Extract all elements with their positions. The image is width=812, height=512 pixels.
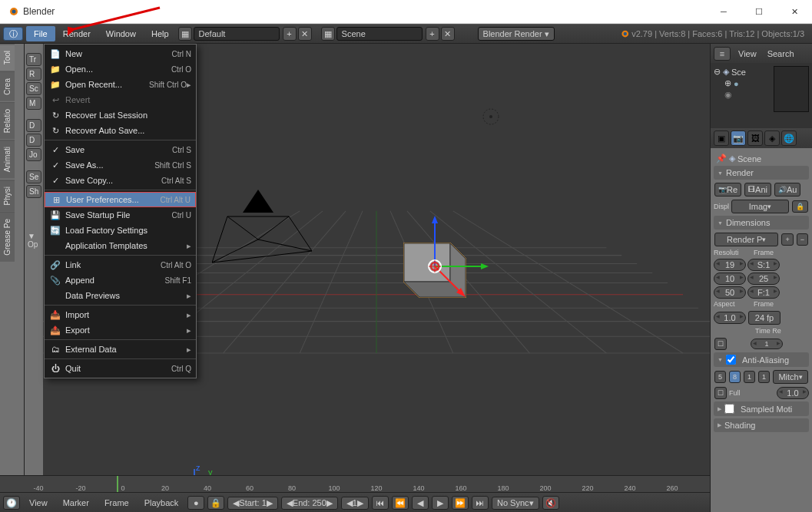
frame-start[interactable]: S:1 [747, 259, 780, 271]
sync-dropdown[interactable]: No Sync ▾ [492, 497, 539, 510]
aa-11[interactable]: 1 [744, 371, 755, 383]
scene-browse-icon[interactable]: ▦ [321, 27, 335, 41]
info-editor-icon[interactable]: ⓘ [3, 27, 23, 41]
add-layout-button[interactable]: + [283, 27, 297, 41]
auto-keyframe-icon[interactable]: ● [187, 496, 204, 510]
res-x[interactable]: 19 [714, 259, 746, 271]
tool-duplicate[interactable]: D [26, 119, 41, 132]
play-icon[interactable]: ▶ [432, 496, 449, 510]
prop-tab-render[interactable]: ▣ [714, 130, 729, 146]
maximize-button[interactable]: ☐ [741, 0, 777, 23]
file-menu-data-previews[interactable]: Data Previews▸ [45, 288, 196, 303]
toolshelf-tab-greasepencil[interactable]: Grease Pe [0, 212, 15, 262]
file-menu-new[interactable]: 📄NewCtrl N [45, 46, 196, 61]
remove-scene-button[interactable]: ✕ [441, 27, 455, 41]
file-menu-save[interactable]: ✓SaveCtrl S [45, 142, 196, 157]
file-menu-external-data[interactable]: 🗂External Data▸ [45, 342, 196, 357]
frame-step[interactable]: F:1 [747, 286, 780, 299]
tool-mirror[interactable]: M [26, 97, 41, 110]
display-dropdown[interactable]: Imag ▾ [731, 200, 789, 213]
file-menu-user-preferences[interactable]: ⊞User Preferences...Ctrl Alt U [45, 192, 196, 207]
preset-add[interactable]: + [781, 233, 793, 246]
fps-dropdown[interactable]: 24 fp [748, 311, 781, 325]
outliner-search[interactable]: Search [764, 49, 797, 58]
aspect-x[interactable]: 1.0 [714, 312, 746, 324]
tool-delete[interactable]: D [26, 134, 41, 147]
layout-dropdown[interactable]: Default [194, 27, 280, 41]
res-y[interactable]: 10 [714, 273, 746, 285]
outliner-view[interactable]: View [735, 49, 760, 58]
toolshelf-tab-physics[interactable]: Physi [0, 180, 15, 211]
operator-panel-header[interactable]: ▼ Op [25, 229, 43, 252]
close-button[interactable]: ✕ [777, 0, 812, 23]
jump-start-icon[interactable]: ⏮ [372, 496, 389, 510]
prop-tab-camera[interactable]: 📷 [731, 130, 746, 146]
file-menu-save-startup-file[interactable]: 💾Save Startup FileCtrl U [45, 207, 196, 223]
aa-8[interactable]: 8 [729, 371, 741, 383]
filter-dropdown[interactable]: Mitch▾ [773, 370, 808, 384]
prop-tab-world[interactable]: 🌐 [781, 130, 797, 146]
file-menu-revert[interactable]: ↩Revert [45, 92, 196, 107]
frame-current-field[interactable]: ◀ 1 ▶ [341, 497, 369, 510]
render-button[interactable]: 📷Re [714, 183, 741, 197]
jump-end-icon[interactable]: ⏭ [472, 496, 489, 510]
render-preset-dropdown[interactable]: Render P ▾ [714, 233, 778, 246]
timeline-type-icon[interactable]: 🕐 [3, 496, 20, 510]
pin-icon[interactable]: 📌 [716, 154, 727, 164]
tl-view[interactable]: View [23, 498, 54, 507]
dimensions-section-header[interactable]: Dimensions [714, 216, 809, 230]
time-remap[interactable]: 1 [751, 339, 783, 349]
file-menu-import[interactable]: 📥Import▸ [45, 307, 196, 322]
screen-browse-icon[interactable]: ▦ [178, 27, 192, 41]
toolshelf-tab-tools[interactable]: Tool [0, 44, 15, 71]
file-menu-load-factory-settings[interactable]: 🔄Load Factory Settings [45, 223, 196, 238]
play-reverse-icon[interactable]: ◀ [412, 496, 429, 510]
file-menu-export[interactable]: 📤Export▸ [45, 322, 196, 338]
lock-icon[interactable]: 🔒 [792, 200, 808, 213]
tool-translate[interactable]: Tr [26, 53, 41, 66]
full-sample-checkbox[interactable]: ☐ [714, 387, 727, 399]
filter-size[interactable]: 1.0 [777, 387, 809, 399]
step-fwd-icon[interactable]: ⏩ [452, 496, 469, 510]
add-scene-button[interactable]: + [426, 27, 439, 41]
file-menu-save-copy[interactable]: ✓Save Copy...Ctrl Alt S [45, 173, 196, 188]
file-menu-save-as[interactable]: ✓Save As...Shift Ctrl S [45, 157, 196, 173]
render-section-header[interactable]: Render [714, 166, 809, 180]
remove-layout-button[interactable]: ✕ [298, 27, 312, 41]
file-menu-open-recent[interactable]: 📁Open Recent...Shift Ctrl O▸ [45, 77, 196, 92]
menu-window[interactable]: Window [98, 26, 144, 41]
file-menu-link[interactable]: 🔗LinkCtrl Alt O [45, 257, 196, 273]
timeline-ruler[interactable]: -40-200204060801001201401601802002202402… [0, 476, 710, 493]
shading-header[interactable]: Shading [714, 418, 809, 432]
render-engine-dropdown[interactable]: Blender Render▾ [478, 27, 555, 41]
frame-end[interactable]: 25 [747, 273, 780, 285]
outliner-tree[interactable]: ⊖◈Sce ⊕● ◉ [711, 63, 812, 128]
aa-16[interactable]: 1 [758, 371, 770, 383]
tool-set[interactable]: Se [26, 170, 41, 183]
step-back-icon[interactable]: ⏪ [392, 496, 409, 510]
aa-section-header[interactable]: Anti-Aliasing [714, 352, 809, 367]
frame-end-field[interactable]: ◀ End: 250 ▶ [281, 497, 338, 510]
audio-button[interactable]: 🔊Au [774, 183, 800, 197]
file-menu-append[interactable]: 📎AppendShift F1 [45, 273, 196, 288]
playhead[interactable] [117, 476, 118, 492]
tool-join[interactable]: Jo [26, 148, 41, 161]
aa-5[interactable]: 5 [714, 371, 726, 383]
aa-checkbox[interactable] [726, 355, 736, 365]
minimize-button[interactable]: ─ [706, 0, 741, 23]
preset-remove[interactable]: − [797, 233, 808, 246]
file-menu-recover-auto-save[interactable]: ↻Recover Auto Save... [45, 123, 196, 138]
frame-start-field[interactable]: ◀ Start: 1 ▶ [227, 497, 277, 510]
file-menu-application-templates[interactable]: Application Templates▸ [45, 238, 196, 253]
menu-file[interactable]: File [26, 26, 55, 41]
speaker-icon[interactable]: 🔇 [542, 496, 559, 510]
file-menu-open[interactable]: 📁Open...Ctrl O [45, 61, 196, 77]
toolshelf-tab-animation[interactable]: Animati [0, 140, 15, 178]
sampled-motion-header[interactable]: Sampled Moti [714, 401, 809, 416]
animation-button[interactable]: 🎞Ani [744, 183, 771, 197]
border-checkbox[interactable]: ☐ [714, 338, 727, 350]
menu-render[interactable]: Render [55, 26, 98, 41]
tl-marker[interactable]: Marker [57, 498, 95, 507]
outliner-type-icon[interactable]: ≡ [714, 47, 731, 61]
toolshelf-tab-create[interactable]: Crea [0, 71, 15, 101]
